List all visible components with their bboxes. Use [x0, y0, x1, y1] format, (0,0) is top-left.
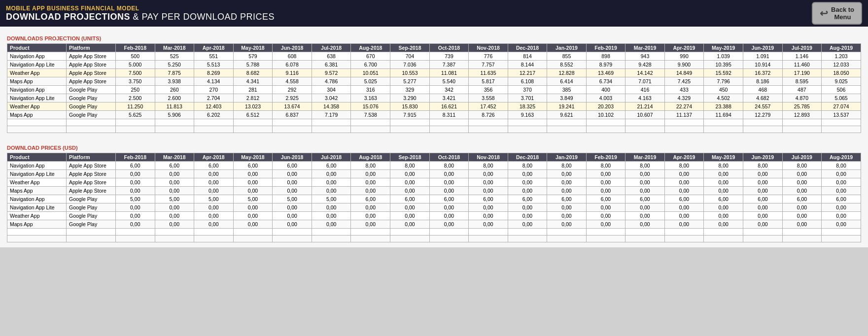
data-cell: 9.621	[547, 111, 587, 119]
data-cell: 8.726	[469, 111, 508, 119]
data-cell: 16.621	[429, 102, 469, 111]
data-cell: 4.163	[625, 94, 665, 102]
data-cell: 0,00	[469, 178, 508, 187]
data-cell: 5,00	[155, 195, 194, 203]
data-cell: 0,00	[233, 187, 273, 195]
data-cell: 6.837	[273, 111, 312, 119]
data-cell: 1.203	[822, 52, 861, 61]
col-header-mar19-2: Mar-2019	[625, 153, 665, 162]
table-row: Navigation AppApple App Store50052555157…	[7, 52, 861, 61]
data-cell: 4.870	[782, 94, 822, 102]
empty-cell	[469, 229, 508, 235]
data-cell: 8,00	[586, 162, 625, 170]
label-cell: Apple App Store	[67, 52, 116, 61]
data-cell: 0,00	[273, 212, 312, 220]
data-cell: 9.428	[625, 61, 665, 69]
empty-cell	[116, 119, 155, 126]
empty-cell	[508, 229, 547, 235]
data-cell: 11.813	[155, 102, 194, 111]
data-cell: 0,00	[625, 203, 665, 212]
data-cell: 8,00	[704, 162, 743, 170]
back-to-menu-button[interactable]: ↩ Back toMenu	[812, 2, 862, 25]
data-cell: 9.116	[273, 69, 312, 77]
label-cell: Navigation App Lite	[7, 94, 67, 102]
data-cell: 6,00	[351, 195, 390, 203]
col-header-jun19-1: Jun-2019	[743, 44, 783, 52]
data-cell: 776	[469, 52, 508, 61]
col-header-feb19-1: Feb-2019	[586, 44, 625, 52]
data-cell: 7.538	[351, 111, 390, 119]
data-cell: 6,00	[664, 195, 704, 203]
empty-row	[7, 235, 861, 242]
table-row: Weather AppApple App Store7.5007.8758.26…	[7, 69, 861, 77]
empty-cell	[822, 235, 861, 242]
data-cell: 0,00	[586, 212, 625, 220]
data-cell: 8,00	[664, 162, 704, 170]
data-cell: 0,00	[351, 220, 390, 229]
data-cell: 0,00	[390, 212, 430, 220]
data-cell: 468	[743, 86, 783, 94]
label-cell: Google Play	[67, 195, 116, 203]
label-cell: Apple App Store	[67, 178, 116, 187]
data-cell: 0,00	[586, 178, 625, 187]
data-cell: 22.274	[664, 102, 704, 111]
table-row: Navigation App LiteGoogle Play2.5002.600…	[7, 94, 861, 102]
data-cell: 6,00	[469, 195, 508, 203]
data-cell: 0,00	[116, 178, 155, 187]
data-cell: 13.469	[586, 69, 625, 77]
data-cell: 5,00	[273, 195, 312, 203]
col-header-feb18-2: Feb-2018	[116, 153, 155, 162]
data-cell: 0,00	[586, 187, 625, 195]
label-cell: Maps App	[7, 111, 67, 119]
empty-cell	[664, 119, 704, 126]
label-cell: Maps App	[7, 220, 67, 229]
data-cell: 0,00	[312, 220, 351, 229]
data-cell: 12.828	[547, 69, 587, 77]
empty-cell	[429, 126, 469, 133]
data-cell: 7.796	[704, 77, 743, 86]
table-row: Maps AppApple App Store0,000,000,000,000…	[7, 187, 861, 195]
data-cell: 6.512	[233, 111, 273, 119]
empty-cell	[664, 126, 704, 133]
data-cell: 6.414	[547, 77, 587, 86]
empty-cell	[233, 126, 273, 133]
empty-cell	[155, 229, 194, 235]
data-cell: 5,00	[194, 195, 234, 203]
data-cell: 316	[351, 86, 390, 94]
label-cell: Apple App Store	[67, 77, 116, 86]
empty-cell	[7, 235, 67, 242]
col-header-jul18-1: Jul-2018	[312, 44, 351, 52]
data-cell: 11.250	[116, 102, 155, 111]
data-cell: 0,00	[351, 170, 390, 178]
data-cell: 8,00	[625, 162, 665, 170]
back-arrow-icon: ↩	[820, 7, 828, 19]
data-cell: 10.553	[390, 69, 430, 77]
data-cell: 0,00	[194, 187, 234, 195]
empty-cell	[822, 119, 861, 126]
data-cell: 0,00	[586, 170, 625, 178]
empty-cell	[782, 119, 822, 126]
data-cell: 8.144	[508, 61, 547, 69]
data-cell: 8.269	[194, 69, 234, 77]
empty-cell	[390, 235, 430, 242]
data-cell: 0,00	[822, 187, 861, 195]
label-cell: Navigation App	[7, 195, 67, 203]
empty-cell	[312, 119, 351, 126]
data-cell: 7.425	[664, 77, 704, 86]
empty-cell	[390, 229, 430, 235]
data-cell: 5.250	[155, 61, 194, 69]
data-cell: 0,00	[429, 170, 469, 178]
data-cell: 0,00	[782, 220, 822, 229]
table-row: Navigation App LiteGoogle Play0,000,000,…	[7, 203, 861, 212]
empty-cell	[625, 119, 665, 126]
empty-cell	[586, 119, 625, 126]
data-cell: 5,00	[233, 195, 273, 203]
empty-cell	[351, 119, 390, 126]
data-cell: 8.186	[743, 77, 783, 86]
data-cell: 0,00	[822, 178, 861, 187]
data-cell: 0,00	[273, 203, 312, 212]
col-header-oct18-1: Oct-2018	[429, 44, 469, 52]
empty-cell	[233, 119, 273, 126]
download-prices-title: DOWNLOAD PRICES (USD)	[7, 145, 861, 151]
data-cell: 270	[194, 86, 234, 94]
